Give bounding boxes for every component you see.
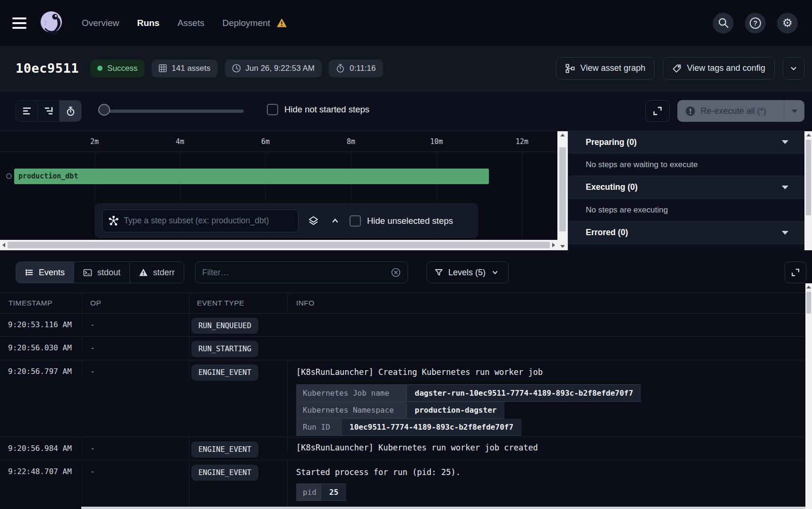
- layers-button[interactable]: [306, 214, 320, 228]
- event-timestamp: 9:20:56.797 AM: [0, 360, 82, 376]
- panel-section-preparing[interactable]: Preparing (0): [568, 131, 804, 153]
- zoom-slider-thumb[interactable]: [98, 104, 110, 116]
- zoom-slider-track[interactable]: [98, 110, 244, 113]
- scrollbar-thumb[interactable]: [806, 292, 811, 314]
- events-table-body: 9:20:53.116 AM - RUN_ENQUEUED 9:20:56.03…: [0, 314, 812, 509]
- run-badges: Success 141 assets Jun 26, 9:22:53 AM: [90, 59, 383, 77]
- axis-tick: 8m: [347, 137, 355, 146]
- menu-icon[interactable]: [12, 17, 28, 29]
- dagster-run-page: Overview Runs Assets Deployment: [0, 0, 812, 509]
- stopwatch-icon: [66, 106, 76, 116]
- gantt-plot-area: production_dbt: [0, 152, 557, 240]
- flat-gantt-icon: [44, 106, 53, 116]
- nav-item-overview[interactable]: Overview: [82, 18, 119, 28]
- view-mode-flat-button[interactable]: [38, 101, 60, 121]
- event-op: -: [82, 314, 189, 329]
- step-selector-panel: Hide unselected steps: [94, 203, 479, 238]
- chevron-down-icon: [790, 65, 797, 72]
- success-dot-icon: [97, 66, 103, 71]
- help-icon: ?: [750, 17, 761, 29]
- nav-item-runs[interactable]: Runs: [137, 18, 160, 28]
- run-header: 10ec9511 Success 141 assets: [0, 46, 812, 91]
- gantt-bar-production-dbt[interactable]: production_dbt: [14, 169, 489, 184]
- step-subset-input-wrap[interactable]: [102, 210, 299, 232]
- event-op: -: [82, 460, 189, 509]
- hide-unselected-label: Hide unselected steps: [367, 216, 453, 226]
- axis-tick: 2m: [90, 137, 99, 146]
- hide-unselected-checkbox[interactable]: [350, 215, 361, 227]
- filter-input[interactable]: [202, 268, 386, 278]
- info-circle-icon: [685, 106, 695, 116]
- terminal-icon: [83, 268, 92, 277]
- expand-icon: [791, 268, 800, 277]
- reexecute-dropdown-button[interactable]: [785, 100, 804, 122]
- tag-icon: [672, 64, 682, 73]
- help-button[interactable]: ?: [745, 13, 766, 34]
- axis-tick: 10m: [430, 137, 443, 146]
- scroll-up-arrow[interactable]: [805, 283, 812, 291]
- assets-badge[interactable]: 141 assets: [152, 59, 217, 77]
- reexecute-all-button[interactable]: Re-execute all (*): [677, 100, 804, 122]
- view-mode-waterfall-button[interactable]: [16, 101, 38, 121]
- col-op: OP: [82, 293, 189, 313]
- event-info: [K8sRunLauncher] Kubernetes run worker j…: [296, 443, 812, 452]
- scroll-down-arrow[interactable]: [557, 243, 568, 250]
- tab-events[interactable]: Events: [16, 262, 74, 283]
- clear-filter-icon[interactable]: [391, 267, 401, 278]
- nav-actions: ? ⚙: [713, 13, 798, 34]
- events-fullscreen-button[interactable]: [785, 262, 806, 283]
- view-tags-config-button[interactable]: View tags and config: [663, 57, 775, 80]
- panel-section-errored[interactable]: Errored (0): [568, 221, 804, 244]
- events-section: Events stdout stderr: [0, 250, 812, 509]
- duration-badge: 0:11:16: [329, 59, 383, 77]
- top-nav: Overview Runs Assets Deployment: [0, 0, 812, 46]
- panel-body-preparing: No steps are waiting to execute: [568, 153, 804, 176]
- metadata-value: dagster-run-10ec9511-7774-4189-893c-b2f8…: [406, 385, 641, 401]
- nav-item-assets[interactable]: Assets: [178, 18, 205, 28]
- view-mode-timed-button[interactable]: [60, 101, 81, 121]
- scroll-left-arrow[interactable]: [0, 240, 8, 250]
- view-asset-graph-button[interactable]: View asset graph: [556, 57, 655, 80]
- gantt-fullscreen-button[interactable]: [645, 100, 670, 122]
- caret-down-icon: [782, 140, 788, 144]
- asset-graph-icon: [565, 64, 575, 73]
- col-timestamp: TIMESTAMP: [0, 293, 82, 313]
- scrollbar-thumb[interactable]: [8, 242, 550, 248]
- hide-not-started-checkbox[interactable]: [267, 104, 278, 115]
- panel-section-executing[interactable]: Executing (0): [568, 176, 804, 199]
- scrollbar-thumb[interactable]: [559, 147, 566, 231]
- col-event-type: EVENT TYPE: [189, 293, 287, 313]
- events-scrollbar[interactable]: [805, 283, 812, 509]
- gantt-horizontal-scrollbar[interactable]: [0, 240, 557, 250]
- event-op: -: [82, 337, 189, 352]
- events-horizontal-scrollbar[interactable]: [81, 507, 805, 509]
- nav-item-deployment[interactable]: Deployment: [222, 18, 287, 28]
- dagster-logo-icon[interactable]: [38, 9, 65, 36]
- scrollbar-thumb[interactable]: [806, 140, 811, 215]
- panel-scrollbar[interactable]: [804, 131, 812, 250]
- search-button[interactable]: [713, 13, 734, 34]
- col-info: INFO: [287, 293, 812, 313]
- scroll-up-arrow[interactable]: [804, 131, 812, 139]
- gantt-bar-label: production_dbt: [14, 169, 489, 184]
- gear-icon: ⚙: [782, 17, 793, 29]
- collapse-button[interactable]: [328, 214, 342, 228]
- tab-stdout[interactable]: stdout: [74, 262, 130, 283]
- waterfall-icon: [22, 106, 32, 116]
- run-header-more-button[interactable]: [783, 57, 804, 80]
- scroll-up-arrow[interactable]: [557, 131, 568, 139]
- metadata-key: pid: [296, 484, 321, 501]
- step-subset-input[interactable]: [124, 216, 292, 226]
- filter-input-wrap[interactable]: [195, 262, 408, 283]
- warning-triangle-icon: [139, 268, 148, 277]
- settings-button[interactable]: ⚙: [777, 13, 798, 34]
- gantt-axis: 2m 4m 6m 8m 10m 12m: [0, 131, 557, 152]
- levels-dropdown[interactable]: Levels (5): [427, 262, 509, 283]
- tab-stderr[interactable]: stderr: [130, 262, 184, 283]
- stopwatch-icon: [336, 64, 345, 73]
- events-table-header: TIMESTAMP OP EVENT TYPE INFO: [0, 293, 812, 314]
- scroll-right-arrow[interactable]: [550, 240, 557, 250]
- op-selector-icon: [109, 216, 119, 226]
- gantt-vertical-scrollbar[interactable]: [557, 131, 568, 250]
- funnel-icon: [435, 268, 443, 277]
